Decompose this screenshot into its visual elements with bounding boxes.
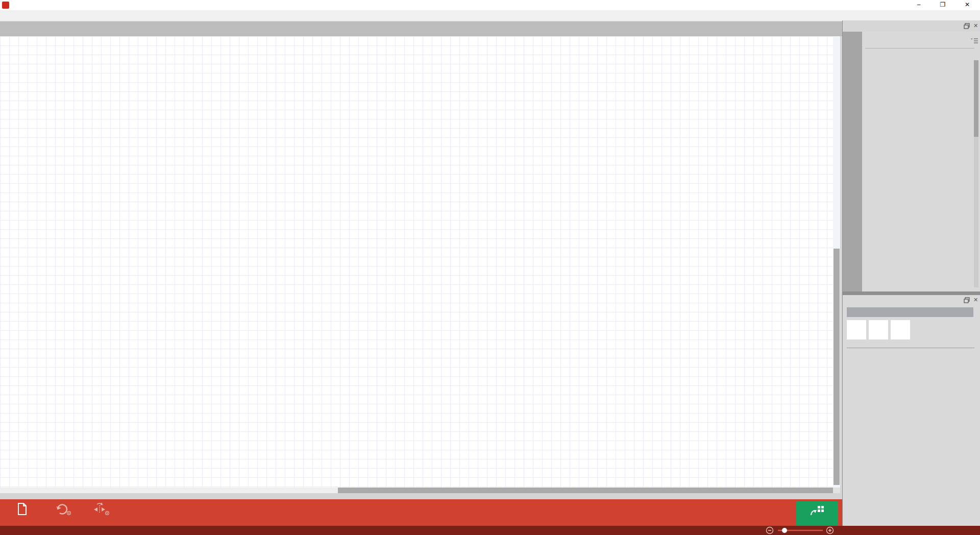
view-tab-bar (0, 21, 842, 36)
flip-icon (92, 502, 110, 516)
parts-panel: ✕ ✕ (842, 20, 980, 526)
parts-scrollbar-handle[interactable] (974, 60, 978, 137)
restore-button[interactable]: ❐ (935, 0, 950, 10)
horizontal-scrollbar-handle[interactable] (338, 488, 833, 493)
share-icon (810, 504, 825, 517)
horizontal-scrollbar[interactable] (0, 488, 833, 493)
note-icon (15, 502, 29, 516)
rotate-button[interactable] (45, 502, 81, 519)
inspector-divider (847, 348, 974, 348)
circuit-scene[interactable] (0, 36, 833, 488)
vertical-scrollbar-handle[interactable] (834, 249, 840, 485)
parts-scrollbar[interactable] (974, 60, 978, 287)
float-panel-icon[interactable] (964, 297, 970, 303)
status-bar (0, 526, 980, 535)
inspector-swatch (847, 320, 866, 339)
close-panel-icon[interactable]: ✕ (973, 297, 978, 303)
action-toolbar (0, 499, 842, 526)
inspector-panel: ✕ (843, 295, 980, 526)
parts-content (862, 32, 980, 291)
parts-bins-strip (843, 32, 862, 291)
close-panel-icon[interactable]: ✕ (973, 22, 978, 29)
inspector-title-field (847, 307, 973, 317)
close-button[interactable]: ✕ (960, 0, 975, 10)
rotate-icon (54, 502, 71, 516)
float-panel-icon[interactable] (964, 23, 970, 29)
scrollbar-corner (833, 488, 840, 493)
flip-button[interactable] (86, 502, 116, 519)
vertical-scrollbar[interactable] (833, 36, 840, 488)
panel-splitter[interactable] (843, 291, 980, 295)
zoom-slider[interactable] (766, 526, 842, 534)
title-bar: – ❐ ✕ (0, 0, 980, 10)
zoom-slider-handle[interactable] (782, 528, 787, 533)
minimize-button[interactable]: – (911, 0, 926, 10)
menu-bar (0, 10, 980, 21)
add-note-button[interactable] (4, 502, 40, 519)
parts-grid (862, 32, 980, 291)
inspector-swatch (869, 320, 888, 339)
share-button[interactable] (796, 501, 838, 528)
breadboard-canvas[interactable] (0, 36, 833, 488)
app-icon (2, 2, 9, 9)
inspector-swatch (891, 320, 910, 339)
